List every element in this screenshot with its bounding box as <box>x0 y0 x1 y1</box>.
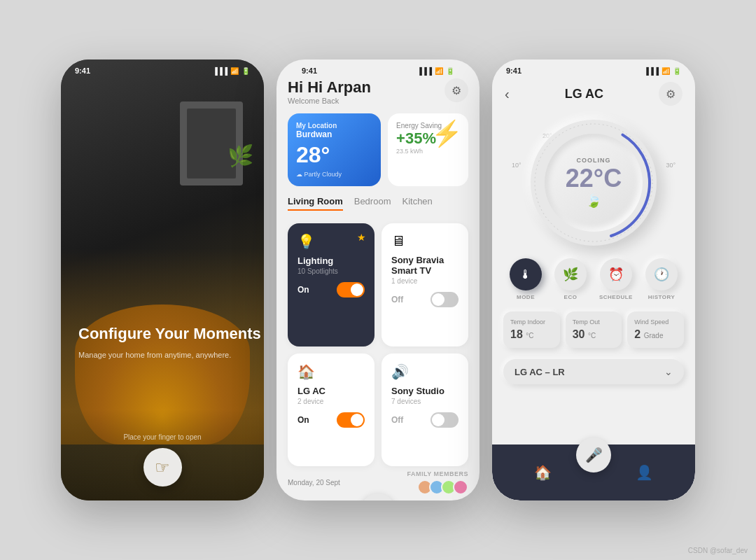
nav-home-3[interactable]: 🏠 <box>534 464 552 481</box>
ac-icon: 🏠 <box>298 363 365 380</box>
tv-sub: 1 device <box>391 277 458 285</box>
fingerprint-button[interactable]: ☞ <box>144 448 182 486</box>
device-ac: 🏠 LG AC 2 device On <box>288 354 374 467</box>
back-button[interactable]: ‹ <box>505 86 510 102</box>
studio-name: Sony Studio <box>391 386 458 396</box>
fingerprint-icon: ☞ <box>155 458 170 477</box>
greeting-text: Hi Hi Arpan Welcome Back <box>288 78 371 105</box>
family-avatars <box>417 479 468 495</box>
room-tab-bedroom[interactable]: Bedroom <box>354 196 391 211</box>
device-grid: ★ 💡 Lighting 10 Spotlights On 🖥 Sony Bra… <box>288 223 468 466</box>
status-bar-1: 9:41 ▐▐▐ 📶 🔋 <box>61 59 264 78</box>
mic-button-3[interactable]: 🎤 <box>576 438 611 472</box>
chevron-down-icon: ⌄ <box>664 366 673 377</box>
hero-headline: Configure Your Moments <box>78 325 261 343</box>
gear-icon-3: ⚙ <box>666 88 676 101</box>
tv-toggle-row: Off <box>391 292 458 307</box>
stat-indoor-label: Temp Indoor <box>510 318 553 326</box>
mode-btn-eco[interactable]: 🌿 ECO <box>554 258 587 300</box>
tv-status: Off <box>391 295 403 304</box>
studio-status: Off <box>391 415 403 425</box>
energy-kwh: 23.5 kWh <box>396 148 460 155</box>
ac-name: LG AC <box>298 386 365 396</box>
lighting-status: On <box>298 285 309 295</box>
mode-row: 🌡 MODE 🌿 ECO ⏰ SCHEDULE 🕐 HISTORY <box>492 253 695 306</box>
device-studio: 🔊 Sony Studio 7 devices Off <box>382 354 468 467</box>
phone3-title: LG AC <box>565 87 603 102</box>
energy-bolt-icon: ⚡ <box>431 119 463 148</box>
status-bar-3: 9:41 ▐▐▐ 📶 🔋 <box>492 59 695 78</box>
stat-indoor-value: 18 °C <box>510 328 553 341</box>
tv-toggle[interactable] <box>430 292 458 307</box>
phone-3: 9:41 ▐▐▐ 📶 🔋 ‹ LG AC ⚙ 20° 10° 30° <box>492 59 695 500</box>
time-1: 9:41 <box>75 66 90 75</box>
stat-temp-out: Temp Out 30 °C <box>566 312 622 348</box>
mode-label-history: HISTORY <box>648 294 676 300</box>
stat-out-value: 30 °C <box>573 328 615 341</box>
temp-left-mid-label: 10° <box>512 162 522 169</box>
gear-icon: ⚙ <box>451 84 461 97</box>
temp-right-mid-label: 30° <box>666 162 676 169</box>
time-2: 9:41 <box>302 66 317 75</box>
lighting-toggle[interactable] <box>337 282 365 298</box>
room-tabs: Living Room Bedroom Kitchen <box>288 196 468 215</box>
family-label: FAMILY MEMBERS <box>407 470 468 477</box>
phone-2: 9:41 ▐▐▐ 📶 🔋 Hi Hi Arpan Welcome Back ⚙ … <box>276 59 479 500</box>
phone-1: 9:41 ▐▐▐ 📶 🔋 🌿 Configure Your Moments Ma… <box>61 59 264 500</box>
studio-icon: 🔊 <box>391 363 458 380</box>
greeting-name: Hi Hi Arpan <box>288 78 371 97</box>
ac-sub: 2 device <box>298 398 365 405</box>
mic-icon-3: 🎤 <box>585 447 603 463</box>
phone3-header: ‹ LG AC ⚙ <box>492 78 695 113</box>
fingerprint-label: Place your finger to open <box>123 433 201 441</box>
lighting-sub: 10 Spotlights <box>298 267 365 275</box>
lighting-toggle-row: On <box>298 282 365 298</box>
plant-decoration: 🌿 <box>227 144 253 168</box>
status-icons-1: ▐▐▐ 📶 🔋 <box>213 67 250 75</box>
weather-location-label: My Location <box>296 122 372 130</box>
settings-button-3[interactable]: ⚙ <box>659 82 682 106</box>
ac-toggle[interactable] <box>337 412 365 428</box>
stats-row: Temp Indoor 18 °C Temp Out 30 °C Wind Sp… <box>492 306 695 354</box>
weather-city: Burdwan <box>296 130 372 139</box>
studio-toggle-row: Off <box>391 412 458 428</box>
family-section: FAMILY MEMBERS <box>407 470 468 495</box>
stat-wind-label: Wind Speed <box>634 318 677 326</box>
studio-toggle[interactable] <box>430 412 458 428</box>
status-icons-3: ▐▐▐ 📶 🔋 <box>644 67 681 75</box>
weather-temp: 28° <box>296 142 372 168</box>
greeting-section: Hi Hi Arpan Welcome Back ⚙ <box>288 78 468 105</box>
tv-name: Sony Bravia Smart TV <box>391 255 458 276</box>
nav-profile-3[interactable]: 👤 <box>636 464 653 481</box>
energy-card: Energy Saving +35% 23.5 kWh ⚡ <box>388 113 468 186</box>
mode-label-schedule: SCHEDULE <box>599 294 633 300</box>
room-tab-kitchen[interactable]: Kitchen <box>402 196 432 211</box>
mode-btn-history[interactable]: 🕐 HISTORY <box>645 258 678 300</box>
stat-out-label: Temp Out <box>573 318 615 326</box>
status-bar-2: 9:41 ▐▐▐ 📶 🔋 <box>288 59 468 78</box>
watermark: CSDN @sofar_dev <box>688 547 748 554</box>
mode-icon-eco: 🌿 <box>554 258 587 290</box>
mode-icon-schedule: ⏰ <box>600 258 632 290</box>
stat-wind: Wind Speed 2 Grade <box>627 312 684 348</box>
ac-selector[interactable]: LG AC – LR ⌄ <box>503 359 684 384</box>
avatar-4 <box>453 479 468 495</box>
mode-btn-schedule[interactable]: ⏰ SCHEDULE <box>599 258 633 300</box>
device-lighting: ★ 💡 Lighting 10 Spotlights On <box>288 223 374 346</box>
room-tab-living[interactable]: Living Room <box>288 196 343 211</box>
thermostat-section: 20° 10° 30° COOLING 22°C 🍃 <box>492 113 695 253</box>
mode-label-eco: ECO <box>564 294 578 300</box>
svg-point-0 <box>535 124 652 241</box>
mode-btn-mode[interactable]: 🌡 MODE <box>510 258 542 300</box>
settings-button[interactable]: ⚙ <box>444 78 468 102</box>
stat-wind-value: 2 Grade <box>634 328 677 341</box>
thermostat-dial[interactable]: COOLING 22°C 🍃 <box>531 120 657 246</box>
device-tv: 🖥 Sony Bravia Smart TV 1 device Off <box>382 223 468 346</box>
studio-sub: 7 devices <box>391 398 458 405</box>
phone1-bottom: Place your finger to open ☞ <box>61 410 264 500</box>
star-icon: ★ <box>357 232 366 243</box>
hero-text: Configure Your Moments Manage your home … <box>78 325 261 360</box>
dial-arc <box>531 120 657 246</box>
mode-icon-active: 🌡 <box>510 258 542 290</box>
stat-temp-indoor: Temp Indoor 18 °C <box>503 312 560 348</box>
